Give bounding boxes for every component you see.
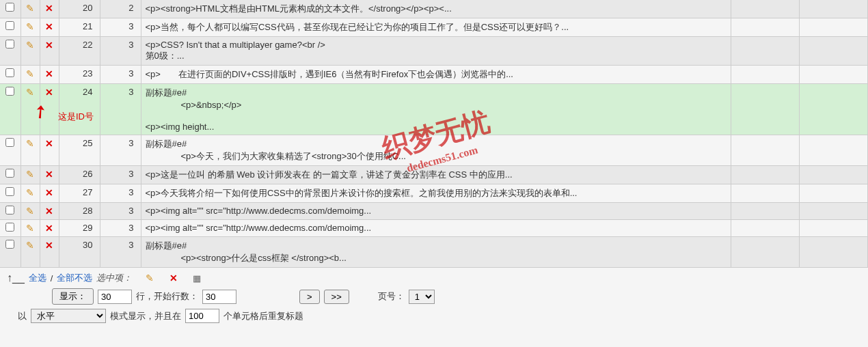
table-row: ✎✕263<p>这是一位叫 的希腊 Web 设计师发表在 的一篇文章，讲述了黄金… [0,166,868,184]
delete-button[interactable]: ✕ [40,220,59,237]
spacer [800,184,868,203]
select-all-link[interactable]: 全选 [29,272,46,284]
last-button[interactable]: >> [324,290,349,304]
spacer [731,18,800,37]
spacer [800,203,868,220]
row-body: <p><img alt="" src="http://www.dedecms.c… [141,220,731,237]
mode-prefix: 以 [18,310,27,322]
row-col3: 3 [100,184,141,203]
row-checkbox[interactable] [5,206,14,214]
row-col3: 3 [100,166,141,184]
row-checkbox[interactable] [5,87,14,96]
row-body: <p> 在进行页面的DIV+CSS排版时，遇到IE6（当然有时Firefox下也… [141,66,731,84]
show-button[interactable]: 显示： [52,288,94,305]
spacer [731,220,800,237]
delete-button[interactable]: ✕ [40,184,59,203]
edit-button[interactable]: ✎ [21,166,40,184]
row-id: 29 [59,220,100,237]
spacer [731,135,800,166]
delete-button[interactable]: ✕ [40,37,59,66]
pencil-icon: ✎ [26,21,34,32]
x-icon: ✕ [45,40,53,51]
row-body: <p>今天我将介绍一下如何使用CSS中的背景图片来设计你的搜索框。之前我使用别的… [141,184,731,203]
start-row-input[interactable] [202,290,236,304]
x-icon: ✕ [45,169,53,180]
row-col3: 3 [100,237,141,268]
pencil-icon: ✎ [26,68,34,79]
delete-button[interactable]: ✕ [40,0,59,18]
edit-button[interactable]: ✎ [21,203,40,220]
delete-icon[interactable]: ✕ [169,273,178,283]
select-none-link[interactable]: 全部不选 [57,272,92,284]
row-body: <p><strong>HTML文档是由HTML元素构成的文本文件。</stron… [141,0,731,18]
next-button[interactable]: > [299,290,320,304]
pencil-icon: ✎ [26,87,34,98]
table-row: ✎✕283<p><img alt="" src="http://www.dede… [0,203,868,220]
row-col3: 3 [100,84,141,135]
row-body: 副标题#e# <p><strong>什么是css框架 </strong><b..… [141,237,731,268]
edit-button[interactable]: ✎ [21,135,40,166]
cells-input[interactable] [185,309,219,323]
delete-button[interactable]: ✕ [40,66,59,84]
edit-button[interactable]: ✎ [21,18,40,37]
edit-button[interactable]: ✎ [21,37,40,66]
table-row: ✎✕233<p> 在进行页面的DIV+CSS排版时，遇到IE6（当然有时Fire… [0,66,868,84]
table-row: ✎✕243副标题#e# <p>&nbsp;</p> <p><img height… [0,84,868,135]
row-body: <p>CSS? Isn't that a multiplayer game?<b… [141,37,731,66]
row-col3: 3 [100,220,141,237]
spacer [731,184,800,203]
delete-button[interactable]: ✕ [40,84,59,135]
row-col3: 2 [100,0,141,18]
spacer [800,0,868,18]
row-id: 24 [59,84,100,135]
row-checkbox[interactable] [5,40,14,48]
spacer [731,203,800,220]
edit-button[interactable]: ✎ [21,237,40,268]
delete-button[interactable]: ✕ [40,203,59,220]
row-col3: 3 [100,37,141,66]
edit-button[interactable]: ✎ [21,84,40,135]
row-checkbox[interactable] [5,68,14,77]
pencil-icon: ✎ [26,169,34,180]
pencil-icon[interactable]: ✎ [146,273,154,283]
footer: ↑__ 全选 / 全部不选 选中项： ✎ ✕ ▦ 显示： 行，开始行数： > >… [0,268,868,331]
mode-select[interactable]: 水平 [31,309,106,323]
export-icon[interactable]: ▦ [193,273,201,283]
row-id: 21 [59,18,100,37]
table-row: ✎✕303副标题#e# <p><strong>什么是css框架 </strong… [0,237,868,268]
table-row: ✎✕223<p>CSS? Isn't that a multiplayer ga… [0,37,868,66]
edit-button[interactable]: ✎ [21,0,40,18]
spacer [800,18,868,37]
delete-button[interactable]: ✕ [40,237,59,268]
edit-button[interactable]: ✎ [21,66,40,84]
row-checkbox[interactable] [5,3,14,12]
delete-button[interactable]: ✕ [40,166,59,184]
rows-label: 行，开始行数： [136,290,198,303]
delete-button[interactable]: ✕ [40,135,59,166]
table-row: ✎✕293<p><img alt="" src="http://www.dede… [0,220,868,237]
spacer [731,237,800,268]
row-id: 26 [59,166,100,184]
mode-label: 模式显示，并且在 [110,310,181,322]
row-checkbox[interactable] [5,169,14,178]
delete-button[interactable]: ✕ [40,18,59,37]
row-col3: 3 [100,18,141,37]
row-checkbox[interactable] [5,187,14,196]
x-icon: ✕ [45,21,53,32]
row-checkbox[interactable] [5,240,14,249]
show-rows-input[interactable] [98,290,132,304]
pencil-icon: ✎ [26,240,34,251]
selected-label: 选中项： [96,272,132,284]
page-select[interactable]: 1 [409,290,435,304]
row-checkbox[interactable] [5,21,14,30]
data-grid: ✎✕202<p><strong>HTML文档是由HTML元素构成的文本文件。</… [0,0,868,268]
edit-button[interactable]: ✎ [21,220,40,237]
row-checkbox[interactable] [5,138,14,147]
x-icon: ✕ [45,240,53,251]
edit-button[interactable]: ✎ [21,184,40,203]
row-checkbox[interactable] [5,223,14,232]
row-id: 27 [59,184,100,203]
spacer [731,66,800,84]
up-arrow-icon[interactable]: ↑__ [7,272,25,284]
x-icon: ✕ [45,68,53,79]
